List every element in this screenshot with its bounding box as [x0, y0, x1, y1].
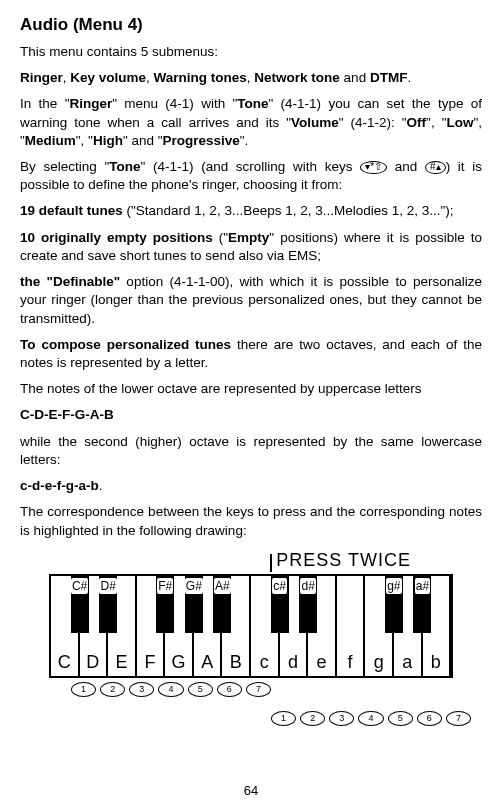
keyboard-diagram: PRESS TWICE CDEFGABcdefgabC#D#F#G#A#c#d#… — [20, 548, 482, 726]
lower-notes: c-d-e-f-g-a-b — [20, 478, 99, 493]
bold-ringer: Ringer — [69, 96, 112, 111]
submenu-ringer: Ringer — [20, 70, 63, 85]
txt: " and " — [123, 133, 163, 148]
txt: " (4-1-2): " — [339, 115, 407, 130]
bold-high: High — [93, 133, 123, 148]
number-keys-row-2: 1234567 — [271, 711, 471, 726]
submenu-list: Ringer, Key volume, Warning tones, Netwo… — [20, 69, 482, 87]
txt: . — [99, 478, 103, 493]
upper-notes: C-D-E-F-G-A-B — [20, 406, 482, 424]
sep: , — [146, 70, 154, 85]
bold-10empty: 10 originally empty positions — [20, 230, 213, 245]
phone-key-3-b: 3 — [329, 711, 354, 726]
bold-low: Low — [446, 115, 473, 130]
star-key-icon: ▾*⇧ — [360, 161, 387, 174]
bold-tone2: Tone — [109, 159, 140, 174]
phone-key-4: 4 — [158, 682, 183, 697]
bold-19tunes: 19 default tunes — [20, 203, 123, 218]
white-key-F: F — [137, 576, 166, 676]
submenu-warning: Warning tones — [154, 70, 247, 85]
bold-off: Off — [407, 115, 427, 130]
phone-key-5: 5 — [188, 682, 213, 697]
phone-key-6-b: 6 — [417, 711, 442, 726]
press-twice-label-row: PRESS TWICE — [51, 548, 451, 572]
white-key-g: g — [365, 576, 394, 676]
bold-medium: Medium — [25, 133, 76, 148]
bracket-icon — [270, 554, 272, 572]
piano-keyboard: CDEFGABcdefgabC#D#F#G#A#c#d#g#a# — [49, 574, 453, 678]
lower-notes-line: c-d-e-f-g-a-b. — [20, 477, 482, 495]
phone-key-3: 3 — [129, 682, 154, 697]
correspondence-text: The correspondence between the keys to p… — [20, 503, 482, 539]
txt: ", " — [426, 115, 446, 130]
phone-key-1-b: 1 — [271, 711, 296, 726]
definable-option: the "Definable" option (4-1-1-00), with … — [20, 273, 482, 328]
phone-key-5-b: 5 — [388, 711, 413, 726]
txt: ". — [240, 133, 249, 148]
phone-key-2: 2 — [100, 682, 125, 697]
higher-octave-text: while the second (higher) octave is repr… — [20, 433, 482, 469]
bold-progressive: Progressive — [163, 133, 240, 148]
sep: and — [340, 70, 370, 85]
txt: In the " — [20, 96, 69, 111]
submenu-keyvolume: Key volume — [70, 70, 146, 85]
page-number: 64 — [0, 782, 502, 800]
txt: and — [387, 159, 425, 174]
number-keys-row-1: 1234567 — [71, 682, 271, 697]
submenu-dtmf: DTMF — [370, 70, 408, 85]
white-key-f: f — [337, 576, 366, 676]
press-twice-label: PRESS TWICE — [276, 548, 411, 572]
white-key-C: C — [51, 576, 80, 676]
page-title: Audio (Menu 4) — [20, 14, 482, 37]
white-key-d: d — [280, 576, 309, 676]
bold-empty: Empty — [228, 230, 269, 245]
phone-key-7: 7 — [246, 682, 271, 697]
bold-volume: Volume — [291, 115, 339, 130]
phone-key-6: 6 — [217, 682, 242, 697]
phone-key-1: 1 — [71, 682, 96, 697]
white-key-D: D — [80, 576, 109, 676]
white-key-c: c — [251, 576, 280, 676]
submenu-network: Network tone — [254, 70, 340, 85]
phone-key-7-b: 7 — [446, 711, 471, 726]
sep: . — [407, 70, 411, 85]
txt: ("Standard 1, 2, 3...Beeps 1, 2, 3...Mel… — [123, 203, 454, 218]
bold-tone: Tone — [237, 96, 268, 111]
txt: " (4-1-1) (and scrolling with keys — [140, 159, 360, 174]
phone-key-2-b: 2 — [300, 711, 325, 726]
white-key-A: A — [194, 576, 223, 676]
lower-octave-text: The notes of the lower octave are repres… — [20, 380, 482, 398]
compose-paragraph: To compose personalized tunes there are … — [20, 336, 482, 372]
white-key-b: b — [423, 576, 452, 676]
tone-paragraph: By selecting "Tone" (4-1-1) (and scrolli… — [20, 158, 482, 194]
bold-compose: To compose personalized tunes — [20, 337, 231, 352]
default-tunes: 19 default tunes ("Standard 1, 2, 3...Be… — [20, 202, 482, 220]
white-key-a: a — [394, 576, 423, 676]
phone-key-4-b: 4 — [358, 711, 383, 726]
white-key-G: G — [165, 576, 194, 676]
empty-positions: 10 originally empty positions ("Empty" p… — [20, 229, 482, 265]
white-key-E: E — [108, 576, 137, 676]
txt: (" — [213, 230, 228, 245]
txt: " menu (4-1) with " — [112, 96, 237, 111]
txt: ", " — [76, 133, 93, 148]
white-key-e: e — [308, 576, 337, 676]
intro-line: This menu contains 5 submenus: — [20, 43, 482, 61]
white-key-B: B — [222, 576, 251, 676]
hash-key-icon: #▴ — [425, 161, 446, 174]
bold-definable: the "Definable" — [20, 274, 120, 289]
ringer-paragraph: In the "Ringer" menu (4-1) with "Tone" (… — [20, 95, 482, 150]
txt: By selecting " — [20, 159, 109, 174]
